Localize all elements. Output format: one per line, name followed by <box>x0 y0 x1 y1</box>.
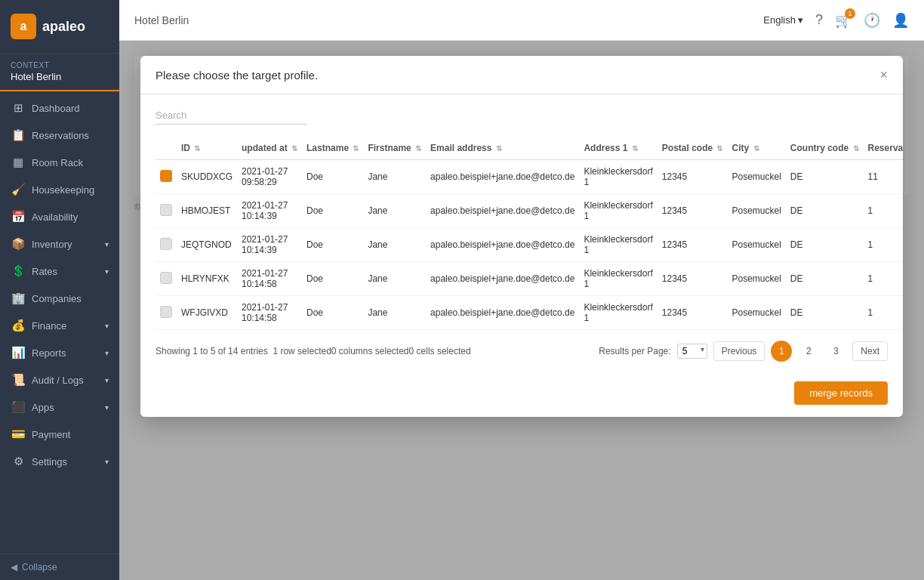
row-color-1 <box>156 194 177 228</box>
settings-icon: ⚙ <box>11 455 26 468</box>
dashboard-icon: ⊞ <box>11 101 26 115</box>
col-email[interactable]: Email address ⇅ <box>426 137 579 160</box>
notifications-icon[interactable]: 🛒 1 <box>835 12 852 29</box>
sidebar-item-rates[interactable]: 💲 Rates ▾ <box>0 258 119 285</box>
table-row[interactable]: WFJGIVXD 2021-01-27 10:14:58 Doe Jane ap… <box>156 296 903 330</box>
top-header: Hotel Berlin English ▾ ? 🛒 1 🕐 👤 <box>119 0 924 41</box>
user-icon[interactable]: 👤 <box>892 12 909 29</box>
collapse-button[interactable]: ◀ Collapse <box>0 554 119 580</box>
col-updated[interactable]: updated at ⇅ <box>237 137 302 160</box>
sidebar-item-availability[interactable]: 📅 Availability <box>0 203 119 230</box>
sidebar-arrow-apps: ▾ <box>105 403 109 412</box>
col-firstname[interactable]: Firstname ⇅ <box>363 137 426 160</box>
col-reservations[interactable]: Reservations ↓ <box>864 137 903 160</box>
hotel-name: Hotel Berlin <box>134 14 189 26</box>
modal-previous-button[interactable]: Previous <box>713 341 765 361</box>
sidebar-arrow-rates: ▾ <box>105 267 109 276</box>
sidebar-label-reservations: Reservations <box>32 130 89 141</box>
modal-status: Showing 1 to 5 of 14 entries 1 row selec… <box>156 346 471 356</box>
sidebar-label-finance: Finance <box>32 320 66 332</box>
modal-header: Please choose the target profile. × <box>140 56 903 94</box>
cell-address-3: Kleinkleckersdorf 1 <box>579 262 657 296</box>
col-city[interactable]: City ⇅ <box>727 137 785 160</box>
companies-icon: 🏢 <box>11 292 26 305</box>
cell-id-4: WFJGIVXD <box>177 296 237 330</box>
sidebar-item-reservations[interactable]: 📋 Reservations <box>0 122 119 149</box>
sidebar-arrow-audit-logs: ▾ <box>105 376 109 384</box>
modal-page-2[interactable]: 2 <box>798 341 819 362</box>
sidebar-item-dashboard[interactable]: ⊞ Dashboard <box>0 94 119 122</box>
language-selector[interactable]: English ▾ <box>763 14 803 26</box>
merge-records-button[interactable]: merge records <box>794 381 888 405</box>
cell-postal-4: 12345 <box>658 296 728 330</box>
sidebar-label-settings: Settings <box>32 456 67 467</box>
row-color-0 <box>156 160 177 194</box>
sidebar-label-dashboard: Dashboard <box>32 103 80 114</box>
col-id[interactable]: ID ⇅ <box>177 137 237 160</box>
sidebar-item-payment[interactable]: 💳 Payment <box>0 421 119 448</box>
sidebar-item-reports[interactable]: 📊 Reports ▾ <box>0 339 119 366</box>
sidebar-item-apps[interactable]: ⬛ Apps ▾ <box>0 393 119 421</box>
cell-country-3: DE <box>786 262 864 296</box>
col-country[interactable]: Country code ⇅ <box>786 137 864 160</box>
payment-icon: 💳 <box>11 427 26 441</box>
modal-close-button[interactable]: × <box>879 68 888 82</box>
table-row[interactable]: JEQTGNOD 2021-01-27 10:14:39 Doe Jane ap… <box>156 228 903 262</box>
cell-address-4: Kleinkleckersdorf 1 <box>579 296 657 330</box>
availability-icon: 📅 <box>11 210 26 224</box>
cell-reservations-0: 11 <box>864 160 903 194</box>
modal-pagination-right: Results per Page: 5 10 25 Previous 1 2 <box>599 341 888 362</box>
modal-page-1[interactable]: 1 <box>771 341 792 362</box>
modal-page-3[interactable]: 3 <box>825 341 846 362</box>
inventory-icon: 📦 <box>11 237 26 251</box>
cell-lastname-0: Doe <box>302 160 363 194</box>
reservations-icon: 📋 <box>11 128 26 142</box>
sidebar-item-companies[interactable]: 🏢 Companies <box>0 285 119 312</box>
collapse-icon: ◀ <box>11 562 17 572</box>
sidebar-item-finance[interactable]: 💰 Finance ▾ <box>0 312 119 339</box>
sidebar-nav: ⊞ Dashboard 📋 Reservations ▦ Room Rack 🧹… <box>0 94 119 554</box>
finance-icon: 💰 <box>11 319 26 332</box>
sidebar-arrow-inventory: ▾ <box>105 240 109 248</box>
cell-id-2: JEQTGNOD <box>177 228 237 262</box>
sidebar-logo: a apaleo <box>0 0 119 54</box>
cell-updated-4: 2021-01-27 10:14:58 <box>237 296 302 330</box>
main-area: Hotel Berlin English ▾ ? 🛒 1 🕐 👤 Profile… <box>119 0 924 580</box>
clock-icon[interactable]: 🕐 <box>864 12 880 29</box>
cell-postal-3: 12345 <box>658 262 728 296</box>
sidebar-label-housekeeping: Housekeeping <box>32 184 94 196</box>
cell-reservations-4: 1 <box>864 296 903 330</box>
sidebar-item-housekeeping[interactable]: 🧹 Housekeeping <box>0 176 119 203</box>
col-postal[interactable]: Postal code ⇅ <box>658 137 728 160</box>
table-row[interactable]: SKUDDXCG 2021-01-27 09:58:29 Doe Jane ap… <box>156 160 903 194</box>
lang-chevron-icon: ▾ <box>798 14 803 26</box>
sidebar-label-inventory: Inventory <box>32 239 72 250</box>
sidebar-item-settings[interactable]: ⚙ Settings ▾ <box>0 448 119 475</box>
cell-lastname-4: Doe <box>302 296 363 330</box>
modal-overlay: Please choose the target profile. × ID ⇅… <box>119 41 924 580</box>
col-lastname[interactable]: Lastname ⇅ <box>302 137 363 160</box>
cell-lastname-2: Doe <box>302 228 363 262</box>
cell-city-2: Posemuckel <box>727 228 785 262</box>
modal-rpp-select[interactable]: 5 10 25 <box>677 344 707 359</box>
modal-search-input[interactable] <box>156 106 306 125</box>
sidebar-item-room-rack[interactable]: ▦ Room Rack <box>0 149 119 176</box>
sidebar-label-apps: Apps <box>32 402 54 413</box>
table-row[interactable]: HBMOJEST 2021-01-27 10:14:39 Doe Jane ap… <box>156 194 903 228</box>
cell-email-1: apaleo.beispiel+jane.doe@detco.de <box>426 194 579 228</box>
collapse-label: Collapse <box>22 562 57 572</box>
help-icon[interactable]: ? <box>815 12 823 28</box>
sidebar-item-inventory[interactable]: 📦 Inventory ▾ <box>0 230 119 258</box>
sidebar-label-companies: Companies <box>32 293 82 304</box>
modal-next-button[interactable]: Next <box>852 341 888 361</box>
reports-icon: 📊 <box>11 346 26 359</box>
cell-address-0: Kleinkleckersdorf 1 <box>579 160 657 194</box>
table-row[interactable]: HLRYNFXK 2021-01-27 10:14:58 Doe Jane ap… <box>156 262 903 296</box>
sidebar-arrow-reports: ▾ <box>105 349 109 357</box>
sidebar-item-audit-logs[interactable]: 📜 Audit / Logs ▾ <box>0 366 119 393</box>
col-address[interactable]: Address 1 ⇅ <box>579 137 657 160</box>
cell-lastname-1: Doe <box>302 194 363 228</box>
modal-search-box <box>156 106 888 125</box>
cell-updated-2: 2021-01-27 10:14:39 <box>237 228 302 262</box>
cell-country-1: DE <box>786 194 864 228</box>
